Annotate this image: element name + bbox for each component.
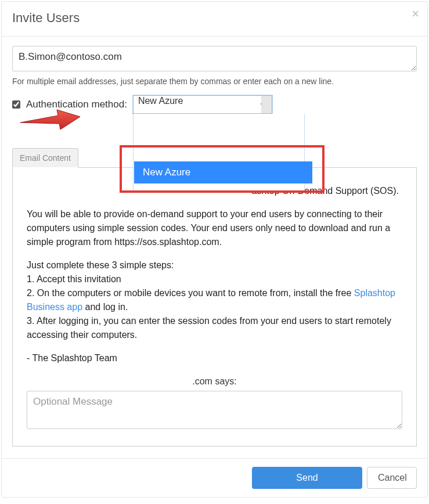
email-step-2: 2. On the computers or mobile devices yo… [27,286,402,314]
send-button[interactable]: Send [252,467,362,489]
email-addresses-input[interactable] [12,46,417,71]
com-says-text: .com says: [27,375,402,388]
email-content-tabs: Email Content ashtop On-Demand Support (… [12,147,417,447]
modal-header: Invite Users × [2,2,427,37]
optional-message-input[interactable] [27,391,402,429]
auth-method-label: Authentication method: [26,99,127,110]
email-p2: You will be able to provide on-demand su… [27,207,402,249]
auth-method-select[interactable]: New Azure [133,95,272,114]
invite-users-modal: Invite Users × For multiple email addres… [1,1,428,498]
modal-body: For multiple email addresses, just separ… [2,37,427,458]
modal-footer: Send Cancel [2,458,427,497]
email-step-3: 3. After logging in, you can enter the s… [27,314,402,342]
dropdown-option-new-azure[interactable]: New Azure [134,161,312,183]
email-content-panel: ashtop On-Demand Support (SOS). You will… [12,167,417,447]
tab-email-content[interactable]: Email Content [12,148,78,168]
modal-title: Invite Users [12,10,417,26]
auth-method-select-wrapper: New Azure [133,95,272,114]
cancel-button[interactable]: Cancel [367,467,417,489]
email-help-text: For multiple email addresses, just separ… [12,77,417,86]
auth-method-row: Authentication method: New Azure [12,95,417,114]
email-steps-intro: Just complete these 3 simple steps: [27,258,402,272]
auth-method-checkbox[interactable] [12,100,20,109]
auth-method-selected-value: New Azure [138,96,183,106]
email-step-1: 1. Accept this invitation [27,272,402,286]
email-signoff: - The Splashtop Team [27,351,402,365]
close-icon[interactable]: × [412,8,419,20]
